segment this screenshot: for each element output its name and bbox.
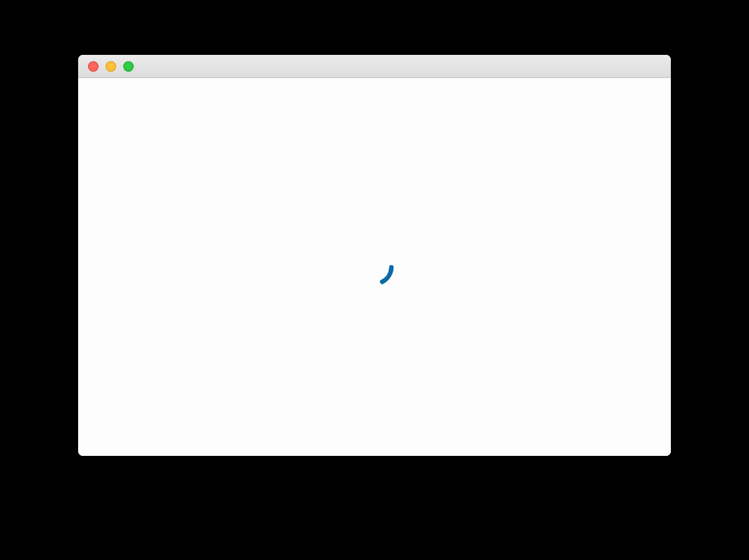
window-titlebar	[78, 55, 671, 78]
spinner-icon	[353, 246, 396, 288]
window-close-button[interactable]	[88, 61, 99, 72]
window-content	[78, 78, 671, 456]
window-minimize-button[interactable]	[106, 61, 116, 72]
app-window	[78, 55, 671, 456]
loading-spinner	[353, 246, 396, 288]
window-zoom-button[interactable]	[123, 61, 134, 72]
